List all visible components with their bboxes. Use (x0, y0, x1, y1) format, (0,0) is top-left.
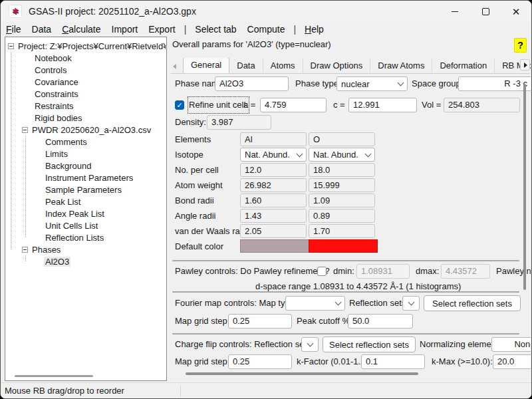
element-table-row-label: Isotope (175, 148, 203, 162)
tree-item-project-z-projects-current-rietveld-2025[interactable]: Project: Z:¥Projects¥Current¥Rietveld¥20… (6, 40, 166, 52)
element-table-cell: Al (240, 132, 307, 146)
tree-item-reflection-lists[interactable]: Reflection Lists (6, 231, 166, 243)
tree-item-peak-list[interactable]: Peak List (6, 196, 166, 207)
tree-item-instrument-parameters[interactable]: Instrument Parameters (6, 172, 166, 184)
normalizing-element-combo[interactable]: None (491, 337, 531, 352)
tab-deformation[interactable]: Deformation (432, 59, 494, 73)
fourier-select-reflection-sets-button[interactable]: Select reflection sets (424, 295, 521, 311)
element-table-row: No. per cell12.018.0 (168, 163, 531, 178)
chevron-down-icon (365, 150, 372, 157)
tree-item-label: Notebook (33, 53, 73, 63)
menu-item-import[interactable]: Import (106, 24, 144, 35)
tree-item-limits[interactable]: Limits (6, 148, 166, 160)
pawley-checkbox[interactable]: ✓ (317, 267, 327, 276)
charge-flip-grid-step-input[interactable]: 0.25 (228, 354, 292, 369)
charge-flip-reflection-sets-select[interactable] (301, 337, 319, 352)
minimize-button[interactable] (440, 1, 470, 22)
phase-name-input[interactable]: Al2O3 (215, 76, 289, 91)
tree-item-comments[interactable]: Comments (6, 136, 166, 148)
element-isotope-select[interactable]: Nat. Abund. (309, 148, 375, 162)
chevron-down-icon (307, 340, 313, 347)
tree-collapse-icon[interactable] (22, 247, 28, 253)
menu-item-select-tab[interactable]: Select tab (190, 24, 241, 35)
minimize-icon (452, 11, 458, 12)
charge-flip-controls-label: Charge flip controls: Reflection sets: (175, 337, 313, 352)
app-icon: ✱ (9, 5, 22, 18)
charge-flip-select-reflection-sets-button[interactable]: Select reflection sets (323, 336, 416, 352)
element-color-swatch[interactable] (240, 239, 309, 253)
tree-item-constraints[interactable]: Constraints (6, 88, 166, 100)
element-table-cell: 1.70 (309, 224, 375, 238)
tree-item-notebook[interactable]: Notebook (6, 52, 166, 64)
help-button[interactable]: ? (514, 38, 527, 53)
cell-volume-field: 254.803 (444, 98, 520, 112)
menu-item-compute[interactable]: Compute (242, 24, 291, 35)
tree-item-restraints[interactable]: Restraints (6, 100, 166, 112)
menu-item-file[interactable]: File (1, 24, 27, 35)
element-table-row-label: Bond radii (175, 194, 214, 207)
element-table-row: Angle radii1.430.89 (168, 209, 531, 224)
vertical-scrollbar-thumb[interactable] (523, 84, 526, 290)
screen: ✱ GSAS-II project: 20251102_a-Al2O3.gpx … (0, 0, 532, 399)
tree-item-label: Limits (44, 149, 69, 159)
element-table-row: van der Waals radii2.051.70 (168, 224, 531, 239)
tree-item-rigid-bodies[interactable]: Rigid bodies (6, 112, 166, 124)
tab-scroll-right-icon[interactable] (520, 59, 530, 70)
k-max-input[interactable]: 20.0 (493, 354, 531, 369)
tree-item-unit-cells-list[interactable]: Unit Cells List (6, 219, 166, 231)
tree-collapse-icon[interactable] (8, 43, 14, 49)
section-divider (172, 260, 519, 261)
chevron-down-icon (297, 150, 303, 157)
tree-item-sample-parameters[interactable]: Sample Parameters (6, 184, 166, 196)
tree-item-pwdr-20250620-a-al2o3-csv[interactable]: PWDR 20250620_a-Al2O3.csv (6, 124, 166, 136)
density-label: Density: (175, 115, 206, 130)
peak-cutoff-input[interactable]: 50.0 (348, 314, 413, 329)
k-max-label: k-Max (>=10.0): (432, 354, 493, 369)
window: ✱ GSAS-II project: 20251102_a-Al2O3.gpx … (0, 0, 532, 399)
fourier-grid-step-input[interactable]: 0.25 (228, 314, 292, 329)
tree-item-background[interactable]: Background (6, 160, 166, 172)
menu-bar: FileDataCalculateImportExport|Select tab… (1, 22, 531, 37)
tab-atoms[interactable]: Atoms (263, 59, 303, 73)
pawley-controls-label: Pawley controls: Do Pawley refinement? (175, 264, 330, 279)
phase-type-select[interactable]: nuclear (336, 76, 408, 91)
element-color-swatch[interactable] (309, 239, 378, 253)
k-factor-input[interactable]: 0.1 (361, 354, 425, 369)
maximize-icon (482, 8, 489, 15)
title-bar: ✱ GSAS-II project: 20251102_a-Al2O3.gpx … (1, 1, 531, 22)
window-controls: ✕ (440, 1, 531, 22)
element-table-cell: 1.43 (240, 209, 307, 223)
refine-cell-checkbox[interactable]: ✓ (175, 100, 184, 110)
map-type-select[interactable] (285, 296, 345, 311)
menu-item-data[interactable]: Data (27, 24, 57, 35)
tab-draw-options[interactable]: Draw Options (303, 59, 370, 73)
chevron-down-icon (408, 299, 414, 306)
close-button[interactable]: ✕ (501, 1, 531, 22)
menu-item-export[interactable]: Export (143, 24, 180, 35)
tree-item-controls[interactable]: Controls (6, 64, 166, 76)
tree-item-label: Instrument Parameters (44, 173, 134, 183)
tree-horizontal-scrollbar-thumb[interactable] (15, 375, 93, 377)
tree-item-index-peak-list[interactable]: Index Peak List (6, 207, 166, 219)
tree-item-al2o3[interactable]: Al2O3 (6, 255, 166, 267)
tab-scroll-left-icon[interactable] (171, 61, 179, 72)
tree-item-phases[interactable]: Phases (6, 243, 166, 255)
maximize-button[interactable] (470, 1, 501, 22)
tree-item-covariance[interactable]: Covariance (6, 76, 166, 88)
space-group-input[interactable]: R -3 c (458, 76, 531, 91)
element-table-cell: 12.0 (240, 163, 307, 177)
tab-data[interactable]: Data (229, 59, 262, 73)
tree-item-label: Al2O3 (44, 257, 70, 267)
cell-a-input[interactable]: 4.759 (260, 98, 327, 112)
peak-cutoff-label: Peak cutoff %: (297, 314, 352, 329)
element-isotope-select[interactable]: Nat. Abund. (240, 148, 307, 162)
panel-header: Overall params for 'Al2O3' (type=nuclear… (172, 37, 331, 52)
cell-c-input[interactable]: 12.991 (348, 98, 417, 112)
tree-collapse-icon[interactable] (22, 127, 28, 133)
horizontal-scrollbar-thumb[interactable] (186, 372, 418, 375)
menu-item-calculate[interactable]: Calculate (57, 24, 106, 35)
tab-general[interactable]: General (183, 58, 229, 73)
fourier-reflection-sets-select[interactable] (402, 296, 420, 311)
tab-draw-atoms[interactable]: Draw Atoms (370, 59, 432, 73)
menu-item-help[interactable]: Help (299, 24, 329, 35)
